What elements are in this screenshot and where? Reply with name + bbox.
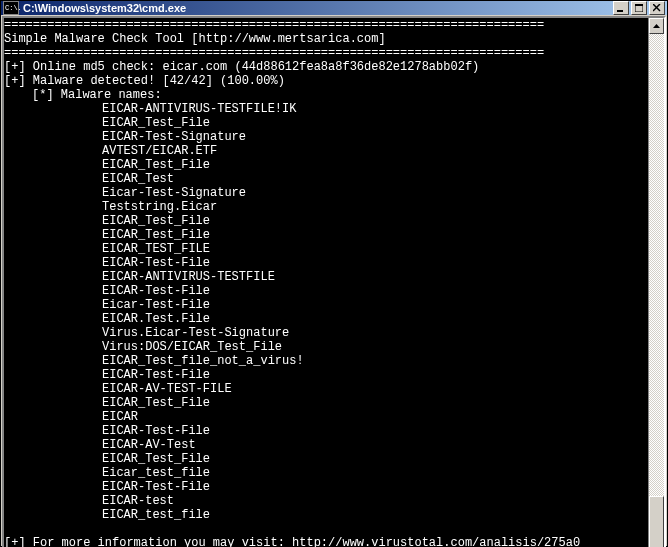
console-line: ========================================… — [4, 18, 648, 32]
scroll-track[interactable] — [649, 34, 664, 547]
console-line: EICAR_Test_File — [4, 116, 648, 130]
console-line: Virus.Eicar-Test-Signature — [4, 326, 648, 340]
console-line: EICAR_Test_File — [4, 158, 648, 172]
console-line — [4, 522, 648, 536]
window-controls — [613, 1, 665, 15]
svg-rect-0 — [617, 10, 623, 12]
svg-marker-5 — [653, 24, 660, 28]
console-line: [*] Malware names: — [4, 88, 648, 102]
console-line: EICAR-AV-TEST-FILE — [4, 382, 648, 396]
console-line: Teststring.Eicar — [4, 200, 648, 214]
console-line: [+] Online md5 check: eicar.com (44d8861… — [4, 60, 648, 74]
close-button[interactable] — [649, 1, 665, 15]
console-line: EICAR-ANTIVIRUS-TESTFILE — [4, 270, 648, 284]
console-line: EICAR-Test-File — [4, 480, 648, 494]
console-line: EICAR_Test_File — [4, 214, 648, 228]
console-line: EICAR-Test-File — [4, 256, 648, 270]
console-line: [+] Malware detected! [42/42] (100.00%) — [4, 74, 648, 88]
console-line: Eicar-Test-File — [4, 298, 648, 312]
client-area: ========================================… — [2, 16, 666, 547]
console-line: EICAR_Test_File — [4, 228, 648, 242]
console-line: EICAR_Test_File — [4, 396, 648, 410]
console-line: Virus:DOS/EICAR_Test_File — [4, 340, 648, 354]
scroll-up-button[interactable] — [649, 18, 664, 34]
console-line: Simple Malware Check Tool [http://www.me… — [4, 32, 648, 46]
window-title: C:\Windows\system32\cmd.exe — [23, 2, 613, 14]
console-line: EICAR_TEST_FILE — [4, 242, 648, 256]
cmd-window: C:\. C:\Windows\system32\cmd.exe =======… — [0, 0, 668, 547]
console-line: EICAR_test_file — [4, 508, 648, 522]
app-icon: C:\. — [3, 1, 19, 15]
console-line: EICAR-Test-File — [4, 424, 648, 438]
scroll-thumb[interactable] — [649, 496, 664, 547]
console-line: EICAR-Test-File — [4, 284, 648, 298]
maximize-button[interactable] — [631, 1, 647, 15]
console-line: EICAR.Test.File — [4, 312, 648, 326]
console-line: EICAR-test — [4, 494, 648, 508]
console-line: EICAR-Test-File — [4, 368, 648, 382]
svg-rect-2 — [635, 4, 643, 6]
minimize-button[interactable] — [613, 1, 629, 15]
console-line: EICAR_Test — [4, 172, 648, 186]
console-output[interactable]: ========================================… — [4, 18, 648, 547]
console-line: Eicar_test_file — [4, 466, 648, 480]
vertical-scrollbar[interactable] — [648, 18, 664, 547]
console-line: [+] For more information you may visit: … — [4, 536, 648, 547]
console-line: ========================================… — [4, 46, 648, 60]
console-line: EICAR — [4, 410, 648, 424]
console-line: Eicar-Test-Signature — [4, 186, 648, 200]
console-line: AVTEST/EICAR.ETF — [4, 144, 648, 158]
console-line: EICAR-Test-Signature — [4, 130, 648, 144]
console-line: EICAR-ANTIVIRUS-TESTFILE!IK — [4, 102, 648, 116]
console-line: EICAR_Test_file_not_a_virus! — [4, 354, 648, 368]
console-line: EICAR-AV-Test — [4, 438, 648, 452]
console-line: EICAR_Test_File — [4, 452, 648, 466]
titlebar[interactable]: C:\. C:\Windows\system32\cmd.exe — [1, 1, 667, 15]
